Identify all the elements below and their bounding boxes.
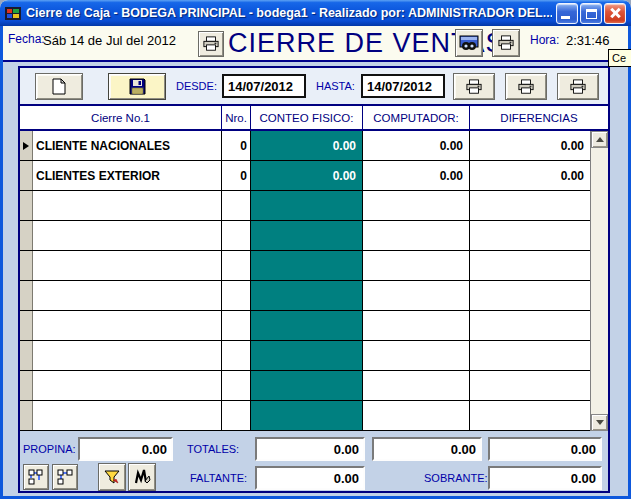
edit-button[interactable] — [128, 463, 156, 491]
cell-nro[interactable] — [222, 221, 251, 250]
window-title: Cierre de Caja - BODEGA PRINCIPAL - bode… — [26, 6, 552, 20]
cell-conteo[interactable] — [251, 311, 363, 340]
tooltip: Ce — [608, 49, 631, 67]
cell-dif[interactable] — [470, 341, 590, 370]
cell-name[interactable] — [33, 401, 222, 430]
cell-comp[interactable] — [363, 191, 470, 220]
table-row[interactable] — [20, 401, 590, 431]
cell-nro[interactable] — [222, 311, 251, 340]
cell-name[interactable] — [33, 311, 222, 340]
table-row[interactable] — [20, 251, 590, 281]
toolbar: DESDE: HASTA: — [20, 68, 608, 106]
vertical-scrollbar[interactable] — [590, 131, 608, 431]
propina-input[interactable] — [78, 437, 173, 461]
cell-conteo[interactable]: 0.00 — [251, 161, 363, 190]
print-button-a[interactable] — [453, 73, 495, 100]
first-record-button[interactable] — [23, 464, 49, 490]
totales-diferencias-input[interactable] — [488, 437, 602, 461]
cell-dif[interactable] — [470, 251, 590, 280]
new-button[interactable] — [35, 73, 83, 100]
minimize-icon — [561, 16, 570, 19]
table-row[interactable] — [20, 191, 590, 221]
cell-nro[interactable] — [222, 251, 251, 280]
cell-dif[interactable]: 0.00 — [470, 131, 590, 160]
table-row[interactable]: CLIENTES EXTERIOR00.000.000.00 — [20, 161, 590, 191]
hasta-input[interactable] — [361, 74, 445, 98]
cell-comp[interactable] — [363, 341, 470, 370]
totales-label: TOTALES: — [187, 443, 239, 455]
cell-comp[interactable] — [363, 371, 470, 400]
title-bar[interactable]: Cierre de Caja - BODEGA PRINCIPAL - bode… — [0, 0, 631, 26]
filter-button[interactable] — [98, 463, 126, 491]
row-selector-cell — [20, 191, 33, 220]
cell-nro[interactable] — [222, 371, 251, 400]
totales-computador-input[interactable] — [372, 437, 482, 461]
desde-label: DESDE: — [176, 80, 217, 92]
cell-conteo[interactable]: 0.00 — [251, 131, 363, 160]
cell-conteo[interactable] — [251, 401, 363, 430]
cell-comp[interactable]: 0.00 — [363, 131, 470, 160]
scroll-down-button[interactable] — [591, 414, 608, 431]
table-row[interactable] — [20, 311, 590, 341]
totales-conteo-input[interactable] — [255, 437, 365, 461]
cell-dif[interactable] — [470, 371, 590, 400]
cell-dif[interactable] — [470, 281, 590, 310]
cell-name[interactable] — [33, 221, 222, 250]
row-selector-cell — [20, 281, 33, 310]
last-record-button[interactable] — [52, 464, 78, 490]
cell-dif[interactable] — [470, 311, 590, 340]
cell-nro[interactable] — [222, 401, 251, 430]
cell-comp[interactable] — [363, 281, 470, 310]
new-document-icon — [52, 78, 66, 95]
table-row[interactable] — [20, 281, 590, 311]
cell-comp[interactable] — [363, 401, 470, 430]
grid-area: CLIENTE NACIONALES00.000.000.00CLIENTES … — [20, 131, 608, 431]
cell-name[interactable] — [33, 251, 222, 280]
print-button-header[interactable] — [198, 31, 224, 57]
cell-nro[interactable] — [222, 281, 251, 310]
cell-name[interactable] — [33, 191, 222, 220]
cell-name[interactable]: CLIENTE NACIONALES — [33, 131, 222, 160]
cell-comp[interactable] — [363, 251, 470, 280]
cell-dif[interactable] — [470, 191, 590, 220]
desde-input[interactable] — [222, 74, 306, 98]
print-button-b[interactable] — [505, 73, 547, 100]
table-row[interactable]: CLIENTE NACIONALES00.000.000.00 — [20, 131, 590, 161]
cell-conteo[interactable] — [251, 281, 363, 310]
cell-nro[interactable]: 0 — [222, 131, 251, 160]
print-button-c[interactable] — [557, 73, 599, 100]
cell-nro[interactable] — [222, 191, 251, 220]
cell-nro[interactable] — [222, 341, 251, 370]
cell-conteo[interactable] — [251, 341, 363, 370]
table-row[interactable] — [20, 371, 590, 401]
cell-conteo[interactable] — [251, 371, 363, 400]
grid-header: Cierre No.1 Nro. CONTEO FISICO: COMPUTAD… — [20, 106, 608, 131]
scroll-up-button[interactable] — [591, 131, 608, 148]
cell-comp[interactable] — [363, 221, 470, 250]
cell-comp[interactable]: 0.00 — [363, 161, 470, 190]
cell-nro[interactable]: 0 — [222, 161, 251, 190]
faltante-input[interactable] — [255, 466, 365, 490]
close-icon — [608, 6, 622, 20]
cell-name[interactable] — [33, 341, 222, 370]
table-row[interactable] — [20, 221, 590, 251]
cell-conteo[interactable] — [251, 251, 363, 280]
maximize-button[interactable] — [580, 3, 602, 24]
minimize-button[interactable] — [556, 3, 578, 24]
print-button-2[interactable] — [492, 29, 520, 57]
cell-dif[interactable] — [470, 401, 590, 430]
cell-name[interactable] — [33, 371, 222, 400]
preview-button[interactable] — [455, 29, 483, 57]
sobrante-input[interactable] — [488, 466, 602, 490]
cell-comp[interactable] — [363, 311, 470, 340]
cell-dif[interactable] — [470, 221, 590, 250]
save-button[interactable] — [108, 73, 166, 100]
table-row[interactable] — [20, 341, 590, 371]
cell-dif[interactable]: 0.00 — [470, 161, 590, 190]
cell-name[interactable]: CLIENTES EXTERIOR — [33, 161, 222, 190]
cell-conteo[interactable] — [251, 191, 363, 220]
close-button[interactable] — [604, 3, 626, 24]
row-selector-cell — [20, 161, 33, 190]
cell-name[interactable] — [33, 281, 222, 310]
cell-conteo[interactable] — [251, 221, 363, 250]
